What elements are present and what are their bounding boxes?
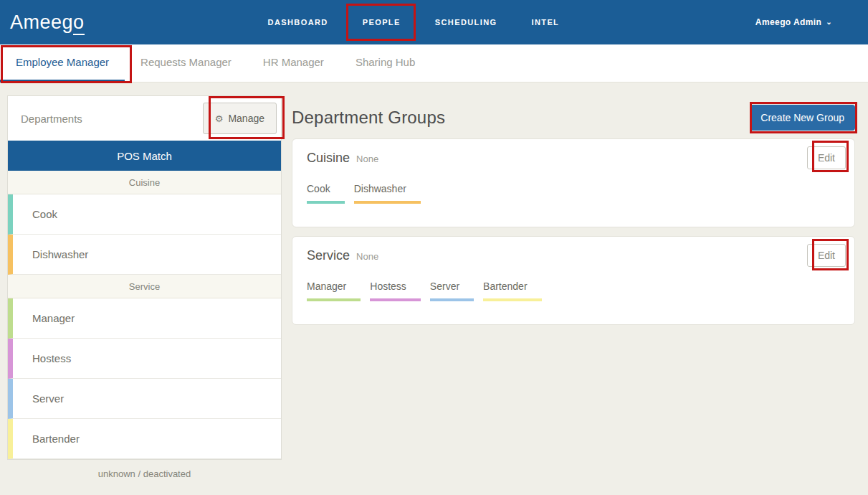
gear-icon: ⚙ <box>215 113 224 124</box>
dept-item-label: Dishwasher <box>32 248 88 260</box>
departments-panel: Departments ⚙ Manage POS Match Cuisine C… <box>7 95 282 460</box>
group-departments: Cook Dishwasher <box>307 183 840 204</box>
group-status: None <box>356 154 378 164</box>
tab-employee-manager[interactable]: Employee Manager <box>0 44 125 82</box>
section-header-service: Service <box>8 275 281 298</box>
dept-tag-dishwasher: Dishwasher <box>354 183 421 204</box>
group-name: Cuisine <box>307 151 350 166</box>
dept-tag-cook: Cook <box>307 183 345 204</box>
group-name: Service <box>307 248 350 263</box>
user-menu-label: Ameego Admin <box>755 17 821 27</box>
group-departments: Manager Hostess Server Bartender <box>307 280 840 301</box>
tab-requests-manager[interactable]: Requests Manager <box>125 44 247 82</box>
nav-item-intel[interactable]: INTEL <box>514 0 576 44</box>
nav-item-people[interactable]: PEOPLE <box>345 0 418 44</box>
dept-item-label: Hostess <box>32 352 71 364</box>
top-navbar: Ameego DASHBOARD PEOPLE SCHEDULING INTEL… <box>0 0 868 44</box>
tab-hr-manager[interactable]: HR Manager <box>247 44 340 82</box>
dept-item-label: Bartender <box>32 433 80 445</box>
group-card-service: Service None Edit Manager Hostess Server… <box>292 236 855 325</box>
dept-item-cook[interactable]: Cook <box>8 194 281 235</box>
department-groups-main: Department Groups Create New Group Cuisi… <box>292 95 855 334</box>
user-menu[interactable]: Ameego Admin ⌄ <box>755 17 832 27</box>
ameego-logo[interactable]: Ameego <box>10 11 85 34</box>
dept-item-label: Cook <box>32 208 57 220</box>
dept-tag-hostess: Hostess <box>370 280 421 301</box>
manage-button-label: Manage <box>228 113 264 124</box>
dept-tag-bartender: Bartender <box>483 280 541 301</box>
section-tabbar: Employee Manager Requests Manager HR Man… <box>0 44 868 82</box>
page: Ameego DASHBOARD PEOPLE SCHEDULING INTEL… <box>0 0 868 495</box>
departments-sidebar: Departments ⚙ Manage POS Match Cuisine C… <box>7 95 282 479</box>
edit-group-button-cuisine[interactable]: Edit <box>807 146 846 169</box>
page-title: Department Groups <box>292 108 445 128</box>
dept-item-dishwasher[interactable]: Dishwasher <box>8 235 281 275</box>
dept-item-server[interactable]: Server <box>8 379 281 419</box>
dept-item-bartender[interactable]: Bartender <box>8 419 281 459</box>
dept-item-label: Server <box>32 392 64 405</box>
dept-tag-server: Server <box>430 280 474 301</box>
dept-item-hostess[interactable]: Hostess <box>8 339 281 379</box>
caret-down-icon: ⌄ <box>826 19 832 26</box>
manage-button[interactable]: ⚙ Manage <box>203 103 277 134</box>
dept-item-label: Manager <box>32 312 75 324</box>
pos-match-button[interactable]: POS Match <box>8 141 281 171</box>
logo-text-underlined: o <box>73 11 85 35</box>
main-header: Department Groups Create New Group <box>292 105 855 131</box>
dept-item-manager[interactable]: Manager <box>8 298 281 339</box>
logo-text: Ameeg <box>10 11 73 33</box>
content-area: Departments ⚙ Manage POS Match Cuisine C… <box>0 82 868 479</box>
create-new-group-button[interactable]: Create New Group <box>750 105 855 131</box>
tab-sharing-hub[interactable]: Sharing Hub <box>340 44 431 82</box>
group-card-cuisine: Cuisine None Edit Cook Dishwasher <box>292 138 855 227</box>
group-card-header: Service None <box>307 248 840 263</box>
main-nav: DASHBOARD PEOPLE SCHEDULING INTEL <box>251 0 577 44</box>
section-header-cuisine: Cuisine <box>8 171 281 194</box>
group-card-header: Cuisine None <box>307 151 840 166</box>
nav-item-dashboard[interactable]: DASHBOARD <box>251 0 345 44</box>
departments-panel-header: Departments ⚙ Manage <box>8 96 281 141</box>
nav-item-scheduling[interactable]: SCHEDULING <box>418 0 515 44</box>
dept-tag-manager: Manager <box>307 280 361 301</box>
sidebar-footer-legend: unknown / deactivated <box>7 468 282 479</box>
edit-group-button-service[interactable]: Edit <box>807 244 846 267</box>
departments-title: Departments <box>21 113 82 125</box>
group-status: None <box>356 251 378 262</box>
